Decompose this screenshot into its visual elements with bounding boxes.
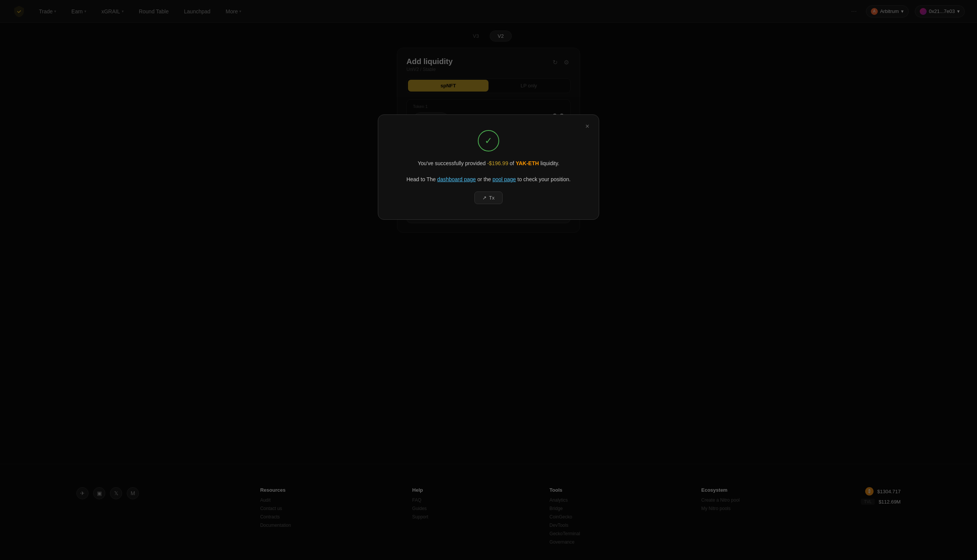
tx-external-icon: ↗ bbox=[483, 195, 487, 201]
modal-pair: YAK-ETH bbox=[516, 160, 539, 166]
modal-close-button[interactable]: × bbox=[582, 121, 593, 132]
modal-overlay: × ✓ You've successfully provided -$196.9… bbox=[0, 0, 977, 560]
modal-success-text: You've successfully provided -$196.99 of… bbox=[394, 159, 583, 167]
success-icon: ✓ bbox=[478, 130, 499, 152]
tx-button[interactable]: ↗ Tx bbox=[474, 192, 502, 204]
success-modal: × ✓ You've successfully provided -$196.9… bbox=[378, 115, 599, 220]
pool-link[interactable]: pool page bbox=[492, 176, 516, 182]
modal-amount: -$196.99 bbox=[487, 160, 508, 166]
modal-sub-text: Head to The dashboard page or the pool p… bbox=[394, 175, 583, 183]
dashboard-link[interactable]: dashboard page bbox=[438, 176, 476, 182]
